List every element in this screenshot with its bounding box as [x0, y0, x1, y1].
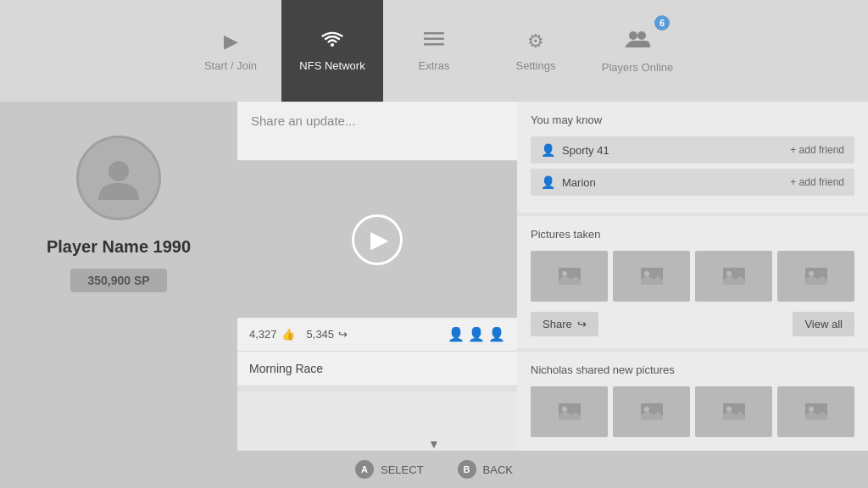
likes-count: 4,327 — [249, 328, 277, 341]
pictures-actions: Share ↪ View all — [531, 312, 854, 336]
svg-point-19 — [562, 407, 567, 412]
svg-point-21 — [644, 407, 649, 412]
back-label: BACK — [483, 463, 513, 476]
b-button[interactable]: B — [458, 460, 476, 479]
progress-bar — [237, 386, 517, 391]
feed-column: Share an update... ▶ 4,327 👍 5,345 ↪ 👤 👤… — [237, 102, 517, 488]
pictures-taken-section: Pictures taken — [517, 216, 868, 348]
bottom-select: A SELECT — [355, 460, 424, 479]
svg-point-7 — [629, 31, 637, 40]
view-all-button[interactable]: View all — [793, 312, 854, 336]
svg-point-25 — [809, 407, 814, 412]
you-may-know-section: You may know 👤 Sporty 41 + add friend 👤 … — [517, 102, 868, 213]
gear-icon: ⚙ — [527, 30, 544, 53]
nav-bar: ▶ Start / Join NFS Network Ex — [0, 0, 868, 102]
view-all-label: View all — [804, 318, 843, 330]
list-icon — [424, 30, 444, 53]
nav-settings[interactable]: ⚙ Settings — [485, 0, 587, 102]
friend-item-1[interactable]: 👤 Sporty 41 + add friend — [531, 136, 854, 164]
nicholas-section-title: Nicholas shared new pictures — [531, 363, 854, 376]
nav-settings-label: Settings — [516, 59, 556, 72]
players-online-badge: 6 — [654, 15, 670, 30]
share-update-box[interactable]: Share an update... — [237, 102, 517, 161]
svg-point-13 — [644, 271, 649, 276]
share-button[interactable]: Share ↪ — [531, 312, 598, 336]
picture-thumb-4[interactable] — [777, 251, 854, 302]
share-update-text: Share an update... — [251, 114, 355, 128]
select-label: SELECT — [381, 463, 424, 476]
play-icon: ▶ — [224, 30, 238, 53]
play-triangle-icon: ▶ — [370, 225, 389, 253]
shares-stat: 5,345 ↪ — [307, 328, 348, 341]
picture-thumb-3[interactable] — [695, 251, 772, 302]
players-icon — [625, 29, 650, 54]
svg-rect-5 — [424, 37, 427, 40]
pictures-grid — [531, 251, 854, 302]
nav-nfs-network-label: NFS Network — [299, 59, 364, 72]
add-friend-btn-2[interactable]: + add friend — [790, 176, 844, 188]
friend-icon-2: 👤 — [541, 175, 555, 189]
sidebar-column: You may know 👤 Sporty 41 + add friend 👤 … — [517, 102, 868, 488]
svg-rect-4 — [424, 32, 427, 35]
friend-name-2: Marion — [562, 176, 790, 189]
svg-rect-6 — [424, 43, 427, 46]
svg-point-15 — [726, 271, 732, 276]
nicholas-picture-2[interactable] — [613, 386, 690, 437]
you-may-know-title: You may know — [531, 114, 854, 126]
person-icon-2: 👤 — [468, 326, 485, 342]
pictures-taken-title: Pictures taken — [531, 228, 854, 241]
picture-thumb-1[interactable] — [531, 251, 608, 302]
bottom-bar: A SELECT B BACK — [0, 451, 868, 488]
bottom-back: B BACK — [458, 460, 513, 479]
friend-name-1: Sporty 41 — [562, 144, 790, 157]
player-panel: Player Name 1990 350,900 SP — [0, 102, 237, 488]
nicholas-picture-1[interactable] — [531, 386, 608, 437]
video-player[interactable]: ▶ — [237, 161, 517, 318]
scroll-indicator: ▼ — [428, 437, 440, 451]
a-button[interactable]: A — [355, 460, 374, 479]
people-icons: 👤 👤 👤 — [448, 326, 505, 342]
video-title: Morning Race — [237, 352, 517, 386]
nav-nfs-network[interactable]: NFS Network — [281, 0, 383, 102]
svg-point-9 — [108, 161, 129, 181]
nav-start-join-label: Start / Join — [204, 59, 257, 72]
nav-start-join[interactable]: ▶ Start / Join — [180, 0, 281, 102]
friend-item-2[interactable]: 👤 Marion + add friend — [531, 169, 854, 196]
video-stats: 4,327 👍 5,345 ↪ 👤 👤 👤 — [237, 318, 517, 352]
nicholas-pictures-grid — [531, 386, 854, 437]
nav-extras-label: Extras — [419, 59, 450, 72]
main-content: Share an update... ▶ 4,327 👍 5,345 ↪ 👤 👤… — [237, 102, 868, 488]
share-label: Share — [542, 318, 572, 330]
person-icon-3: 👤 — [488, 326, 505, 342]
play-button[interactable]: ▶ — [352, 214, 403, 265]
nav-players-online-label: Players Online — [602, 61, 674, 74]
svg-point-23 — [726, 407, 732, 412]
svg-point-8 — [637, 31, 646, 40]
nav-players-online[interactable]: 6 Players Online — [587, 0, 688, 102]
thumbs-up-icon: 👍 — [281, 328, 295, 341]
nicholas-section: Nicholas shared new pictures — [517, 352, 868, 456]
svg-point-17 — [809, 271, 814, 276]
share-icon: ↪ — [577, 318, 587, 330]
add-friend-btn-1[interactable]: + add friend — [790, 144, 844, 156]
player-name: Player Name 1990 — [47, 237, 191, 257]
likes-stat: 4,327 👍 — [249, 328, 295, 341]
wifi-icon — [321, 30, 343, 53]
nicholas-picture-3[interactable] — [695, 386, 772, 437]
nav-extras[interactable]: Extras — [383, 0, 485, 102]
svg-point-11 — [562, 271, 567, 276]
picture-thumb-2[interactable] — [613, 251, 690, 302]
nicholas-picture-4[interactable] — [777, 386, 854, 437]
person-icon-1: 👤 — [448, 326, 465, 342]
avatar — [76, 136, 161, 220]
friend-icon-1: 👤 — [541, 143, 555, 157]
svg-point-0 — [331, 43, 334, 47]
player-sp: 350,900 SP — [70, 269, 166, 292]
shares-count: 5,345 — [307, 328, 335, 341]
share-arrow-icon: ↪ — [338, 328, 348, 341]
